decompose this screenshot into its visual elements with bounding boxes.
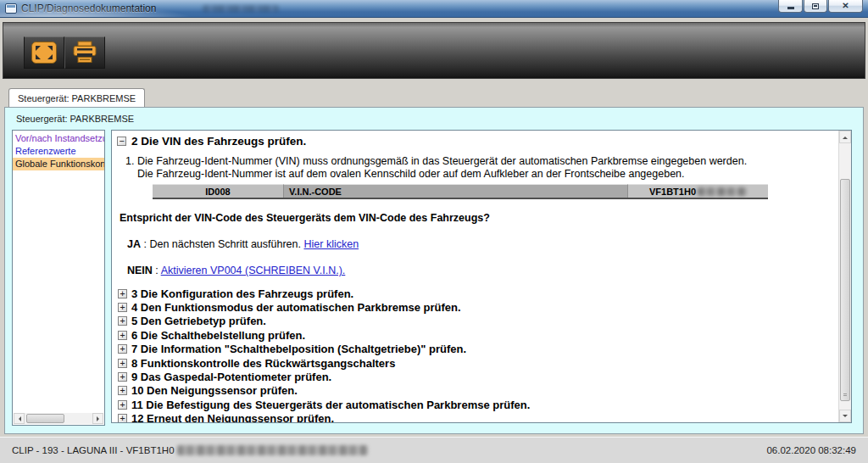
section-row-8[interactable]: + 8 Funktionskontrolle des Rückwärtsgang… xyxy=(117,356,833,370)
vin-question: Entspricht der VIN-Code des Steuergeräts… xyxy=(120,212,833,224)
main-panel: Steuergerät: PARKBREMSE Vor/nach Instand… xyxy=(4,107,864,434)
vertical-scrollbar-thumb[interactable] xyxy=(840,179,850,401)
section-row-10[interactable]: + 10 Den Neigungssensor prüfen. xyxy=(117,384,833,398)
yes-link[interactable]: Hier klicken xyxy=(303,238,359,250)
arrow-up-icon xyxy=(843,134,848,139)
yes-text: : Den nächsten Schritt ausführen. xyxy=(143,238,301,250)
step-number: 1. xyxy=(125,155,137,181)
expand-icon[interactable]: + xyxy=(118,331,127,340)
content-panel: − 2 Die VIN des Fahrzeugs prüfen. 1. Die… xyxy=(111,130,852,423)
datetime: 06.02.2020 08:32:49 xyxy=(766,445,856,455)
collapsed-section-list: + 3 Die Konfiguration des Fahrzeugs prüf… xyxy=(117,287,833,422)
sidebar-item-vor-nach-instandsetzung[interactable]: Vor/nach Instandsetzun xyxy=(13,132,104,145)
arrow-left-icon xyxy=(16,416,21,421)
expand-icon[interactable]: + xyxy=(118,372,127,382)
no-link[interactable]: Aktivieren VP004 (SCHREIBEN V.I.N.). xyxy=(161,265,346,276)
scroll-right-button[interactable] xyxy=(92,413,103,424)
section-row-7[interactable]: + 7 Die Information "Schalthebelposition… xyxy=(117,343,833,356)
yes-label: JA xyxy=(127,238,141,250)
section-row-6[interactable]: + 6 Die Schalthebelstellung prüfen. xyxy=(117,328,833,342)
expand-icon[interactable]: + xyxy=(118,289,127,298)
no-label: NEIN xyxy=(127,265,153,276)
vin-id-cell: ID008 xyxy=(153,184,284,198)
close-icon: ✕ xyxy=(842,2,849,10)
vehicle-info: CLIP - 193 - LAGUNA III - VF1BT1H0 xyxy=(12,445,368,455)
section-row-5[interactable]: + 5 Den Getriebetyp prüfen. xyxy=(117,315,833,328)
sidebar-item-referenzwerte[interactable]: Referenzwerte xyxy=(13,145,104,158)
answer-no-line: NEIN : Aktivieren VP004 (SCHREIBEN V.I.N… xyxy=(127,265,833,276)
panel-header: Steuergerät: PARKBREMSE xyxy=(16,114,134,124)
collapse-icon[interactable]: − xyxy=(117,137,126,146)
scroll-left-button[interactable] xyxy=(14,413,25,424)
redacted-vehicle-info xyxy=(177,445,368,455)
content-vertical-scrollbar[interactable] xyxy=(838,131,851,422)
tab-steuergeraet-parkbremse[interactable]: Steuergerät: PARKBREMSE xyxy=(8,88,145,107)
app-icon xyxy=(5,3,17,14)
expand-icon[interactable]: + xyxy=(118,359,127,368)
expand-icon[interactable]: + xyxy=(118,316,127,326)
scroll-down-button[interactable] xyxy=(839,410,851,422)
expand-icon[interactable]: + xyxy=(118,344,127,354)
section-2-header[interactable]: − 2 Die VIN des Fahrzeugs prüfen. xyxy=(117,135,833,148)
redacted-vin xyxy=(698,187,747,196)
section-row-11[interactable]: + 11 Die Befestigung des Steuergeräts de… xyxy=(117,398,833,411)
print-icon xyxy=(71,40,98,65)
clip-window: CLIP/Diagnosedokumentation ✕ xyxy=(0,0,868,463)
minimize-icon xyxy=(787,7,794,9)
expand-icon[interactable]: + xyxy=(118,414,127,422)
statusbar: CLIP - 193 - LAGUNA III - VF1BT1H0 06.02… xyxy=(0,437,868,463)
expand-icon[interactable]: + xyxy=(118,303,127,312)
arrow-right-icon xyxy=(97,416,102,421)
vin-name-cell: V.I.N.-CODE xyxy=(284,184,628,198)
print-button[interactable] xyxy=(64,36,105,69)
scrollbar-track[interactable] xyxy=(25,413,92,424)
section-2-title: 2 Die VIN des Fahrzeugs prüfen. xyxy=(131,135,306,148)
titlebar: CLIP/Diagnosedokumentation ✕ xyxy=(0,0,868,18)
section-row-12[interactable]: + 12 Erneut den Neigungssensor prüfen. xyxy=(117,412,833,422)
tab-strip: Steuergerät: PARKBREMSE xyxy=(4,88,864,107)
expand-icon[interactable]: + xyxy=(118,386,127,395)
sidebar-item-globale-funktionskontrolle[interactable]: Globale Funktionskontro xyxy=(13,158,104,170)
toolbar xyxy=(3,22,865,79)
answer-yes-line: JA : Den nächsten Schritt ausführen. Hie… xyxy=(127,238,833,250)
arrow-down-icon xyxy=(843,415,848,420)
vin-table: ID008 V.I.N.-CODE VF1BT1H0 xyxy=(153,184,768,199)
sidebar-horizontal-scrollbar[interactable] xyxy=(14,413,103,424)
section-row-4[interactable]: + 4 Den Funktionsmodus der automatischen… xyxy=(117,300,833,314)
tab-label: Steuergerät: PARKBREMSE xyxy=(18,93,136,103)
scrollbar-thumb[interactable] xyxy=(26,414,64,423)
instruction-text: Die Fahrzeug-Ident-Nummer (VIN) muss ord… xyxy=(137,155,747,181)
fullscreen-icon xyxy=(31,41,58,64)
vin-instruction: 1. Die Fahrzeug-Ident-Nummer (VIN) muss … xyxy=(125,155,833,181)
restore-button[interactable] xyxy=(804,0,827,13)
section-row-3[interactable]: + 3 Die Konfiguration des Fahrzeugs prüf… xyxy=(117,287,833,300)
section-row-9[interactable]: + 9 Das Gaspedal-Potentiometer prüfen. xyxy=(117,370,833,383)
minimize-button[interactable] xyxy=(778,0,803,13)
expand-icon[interactable]: + xyxy=(118,400,127,410)
scroll-up-button[interactable] xyxy=(839,131,851,143)
close-button[interactable]: ✕ xyxy=(828,0,863,13)
fullscreen-button[interactable] xyxy=(24,36,64,69)
document-body: − 2 Die VIN des Fahrzeugs prüfen. 1. Die… xyxy=(112,131,838,422)
vin-value-cell: VF1BT1H0 xyxy=(628,184,768,198)
redacted-title-text xyxy=(203,5,279,12)
window-controls: ✕ xyxy=(778,0,863,13)
window-title: CLIP/Diagnosedokumentation xyxy=(21,3,156,14)
sidebar: Vor/nach Instandsetzun Referenzwerte Glo… xyxy=(12,130,105,426)
restore-icon xyxy=(812,3,819,9)
no-separator: : xyxy=(155,265,158,276)
